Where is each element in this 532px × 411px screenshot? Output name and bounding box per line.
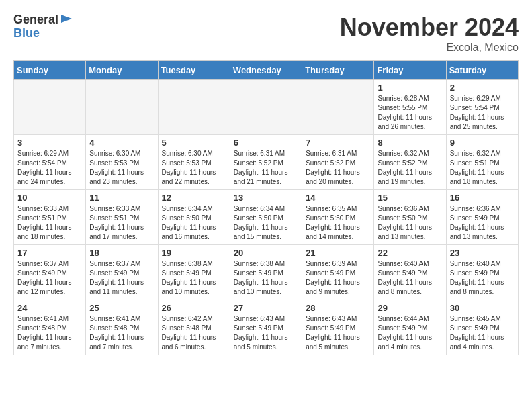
header-friday: Friday — [374, 61, 446, 80]
day-cell: 10Sunrise: 6:33 AM Sunset: 5:51 PM Dayli… — [14, 190, 86, 245]
day-info: Sunrise: 6:37 AM Sunset: 5:49 PM Dayligh… — [89, 259, 154, 297]
week-row-1: 3Sunrise: 6:29 AM Sunset: 5:54 PM Daylig… — [14, 135, 519, 190]
day-number: 15 — [378, 193, 442, 203]
day-number: 8 — [378, 138, 442, 148]
day-cell: 8Sunrise: 6:32 AM Sunset: 5:52 PM Daylig… — [374, 135, 446, 190]
header-sunday: Sunday — [14, 61, 86, 80]
day-number: 21 — [306, 248, 370, 258]
day-number: 5 — [162, 138, 226, 148]
day-cell: 18Sunrise: 6:37 AM Sunset: 5:49 PM Dayli… — [86, 245, 158, 300]
day-info: Sunrise: 6:29 AM Sunset: 5:54 PM Dayligh… — [17, 149, 82, 187]
month-title: November 2024 — [340, 13, 519, 42]
day-cell — [158, 80, 230, 135]
day-number: 6 — [234, 138, 298, 148]
day-cell: 17Sunrise: 6:37 AM Sunset: 5:49 PM Dayli… — [14, 245, 86, 300]
week-row-4: 24Sunrise: 6:41 AM Sunset: 5:48 PM Dayli… — [14, 300, 519, 355]
day-number: 28 — [306, 303, 370, 313]
day-cell — [14, 80, 86, 135]
day-info: Sunrise: 6:44 AM Sunset: 5:49 PM Dayligh… — [378, 314, 442, 352]
day-info: Sunrise: 6:40 AM Sunset: 5:49 PM Dayligh… — [450, 259, 515, 297]
day-info: Sunrise: 6:43 AM Sunset: 5:49 PM Dayligh… — [234, 314, 298, 352]
day-cell: 5Sunrise: 6:30 AM Sunset: 5:53 PM Daylig… — [158, 135, 230, 190]
day-cell: 16Sunrise: 6:36 AM Sunset: 5:49 PM Dayli… — [446, 190, 518, 245]
day-number: 22 — [378, 248, 442, 258]
day-info: Sunrise: 6:28 AM Sunset: 5:55 PM Dayligh… — [378, 94, 442, 132]
day-info: Sunrise: 6:33 AM Sunset: 5:51 PM Dayligh… — [17, 204, 82, 242]
day-cell: 30Sunrise: 6:45 AM Sunset: 5:49 PM Dayli… — [446, 300, 518, 355]
header-monday: Monday — [86, 61, 158, 80]
day-info: Sunrise: 6:41 AM Sunset: 5:48 PM Dayligh… — [89, 314, 154, 352]
day-number: 30 — [450, 303, 515, 313]
header-tuesday: Tuesday — [158, 61, 230, 80]
day-number: 14 — [306, 193, 370, 203]
day-cell: 12Sunrise: 6:34 AM Sunset: 5:50 PM Dayli… — [158, 190, 230, 245]
day-cell: 13Sunrise: 6:34 AM Sunset: 5:50 PM Dayli… — [230, 190, 302, 245]
logo-flag-icon — [60, 13, 73, 27]
day-cell: 9Sunrise: 6:32 AM Sunset: 5:51 PM Daylig… — [446, 135, 518, 190]
day-info: Sunrise: 6:34 AM Sunset: 5:50 PM Dayligh… — [162, 204, 226, 242]
day-number: 2 — [450, 83, 515, 93]
day-cell: 24Sunrise: 6:41 AM Sunset: 5:48 PM Dayli… — [14, 300, 86, 355]
week-row-0: 1Sunrise: 6:28 AM Sunset: 5:55 PM Daylig… — [14, 80, 519, 135]
day-number: 18 — [89, 248, 154, 258]
day-info: Sunrise: 6:32 AM Sunset: 5:52 PM Dayligh… — [378, 149, 442, 187]
day-info: Sunrise: 6:33 AM Sunset: 5:51 PM Dayligh… — [89, 204, 154, 242]
day-number: 26 — [162, 303, 226, 313]
day-cell: 21Sunrise: 6:39 AM Sunset: 5:49 PM Dayli… — [302, 245, 374, 300]
day-cell: 27Sunrise: 6:43 AM Sunset: 5:49 PM Dayli… — [230, 300, 302, 355]
day-cell: 22Sunrise: 6:40 AM Sunset: 5:49 PM Dayli… — [374, 245, 446, 300]
day-cell: 23Sunrise: 6:40 AM Sunset: 5:49 PM Dayli… — [446, 245, 518, 300]
title-block: November 2024 Excola, Mexico — [340, 13, 519, 54]
day-info: Sunrise: 6:40 AM Sunset: 5:49 PM Dayligh… — [378, 259, 442, 297]
day-cell: 2Sunrise: 6:29 AM Sunset: 5:54 PM Daylig… — [446, 80, 518, 135]
day-info: Sunrise: 6:35 AM Sunset: 5:50 PM Dayligh… — [306, 204, 370, 242]
day-number: 27 — [234, 303, 298, 313]
day-cell: 11Sunrise: 6:33 AM Sunset: 5:51 PM Dayli… — [86, 190, 158, 245]
location-text: Excola, Mexico — [340, 42, 519, 54]
day-number: 10 — [17, 193, 82, 203]
day-info: Sunrise: 6:30 AM Sunset: 5:53 PM Dayligh… — [89, 149, 154, 187]
day-number: 16 — [450, 193, 515, 203]
week-row-2: 10Sunrise: 6:33 AM Sunset: 5:51 PM Dayli… — [14, 190, 519, 245]
day-cell: 3Sunrise: 6:29 AM Sunset: 5:54 PM Daylig… — [14, 135, 86, 190]
day-number: 25 — [89, 303, 154, 313]
day-number: 17 — [17, 248, 82, 258]
day-number: 11 — [89, 193, 154, 203]
day-info: Sunrise: 6:38 AM Sunset: 5:49 PM Dayligh… — [162, 259, 226, 297]
day-cell — [86, 80, 158, 135]
day-cell: 20Sunrise: 6:38 AM Sunset: 5:49 PM Dayli… — [230, 245, 302, 300]
day-info: Sunrise: 6:36 AM Sunset: 5:49 PM Dayligh… — [450, 204, 515, 242]
day-cell: 28Sunrise: 6:43 AM Sunset: 5:49 PM Dayli… — [302, 300, 374, 355]
logo-general-text: General — [13, 13, 58, 27]
day-cell: 6Sunrise: 6:31 AM Sunset: 5:52 PM Daylig… — [230, 135, 302, 190]
day-number: 4 — [89, 138, 154, 148]
logo-blue-text: Blue — [13, 27, 73, 40]
day-info: Sunrise: 6:43 AM Sunset: 5:49 PM Dayligh… — [306, 314, 370, 352]
day-cell: 1Sunrise: 6:28 AM Sunset: 5:55 PM Daylig… — [374, 80, 446, 135]
day-info: Sunrise: 6:38 AM Sunset: 5:49 PM Dayligh… — [234, 259, 298, 297]
day-cell: 7Sunrise: 6:31 AM Sunset: 5:52 PM Daylig… — [302, 135, 374, 190]
day-cell: 14Sunrise: 6:35 AM Sunset: 5:50 PM Dayli… — [302, 190, 374, 245]
header-wednesday: Wednesday — [230, 61, 302, 80]
day-number: 19 — [162, 248, 226, 258]
day-number: 12 — [162, 193, 226, 203]
day-number: 23 — [450, 248, 515, 258]
day-cell: 26Sunrise: 6:42 AM Sunset: 5:48 PM Dayli… — [158, 300, 230, 355]
day-info: Sunrise: 6:30 AM Sunset: 5:53 PM Dayligh… — [162, 149, 226, 187]
day-cell: 15Sunrise: 6:36 AM Sunset: 5:50 PM Dayli… — [374, 190, 446, 245]
day-info: Sunrise: 6:36 AM Sunset: 5:50 PM Dayligh… — [378, 204, 442, 242]
svg-marker-0 — [61, 15, 72, 23]
day-cell — [230, 80, 302, 135]
calendar-header-row: SundayMondayTuesdayWednesdayThursdayFrid… — [14, 61, 519, 80]
day-info: Sunrise: 6:41 AM Sunset: 5:48 PM Dayligh… — [17, 314, 82, 352]
day-info: Sunrise: 6:31 AM Sunset: 5:52 PM Dayligh… — [306, 149, 370, 187]
day-info: Sunrise: 6:45 AM Sunset: 5:49 PM Dayligh… — [450, 314, 515, 352]
day-info: Sunrise: 6:32 AM Sunset: 5:51 PM Dayligh… — [450, 149, 515, 187]
page-header: General Blue November 2024 Excola, Mexic… — [13, 13, 519, 54]
day-info: Sunrise: 6:39 AM Sunset: 5:49 PM Dayligh… — [306, 259, 370, 297]
day-number: 29 — [378, 303, 442, 313]
day-number: 7 — [306, 138, 370, 148]
day-info: Sunrise: 6:34 AM Sunset: 5:50 PM Dayligh… — [234, 204, 298, 242]
day-cell — [302, 80, 374, 135]
day-cell: 19Sunrise: 6:38 AM Sunset: 5:49 PM Dayli… — [158, 245, 230, 300]
